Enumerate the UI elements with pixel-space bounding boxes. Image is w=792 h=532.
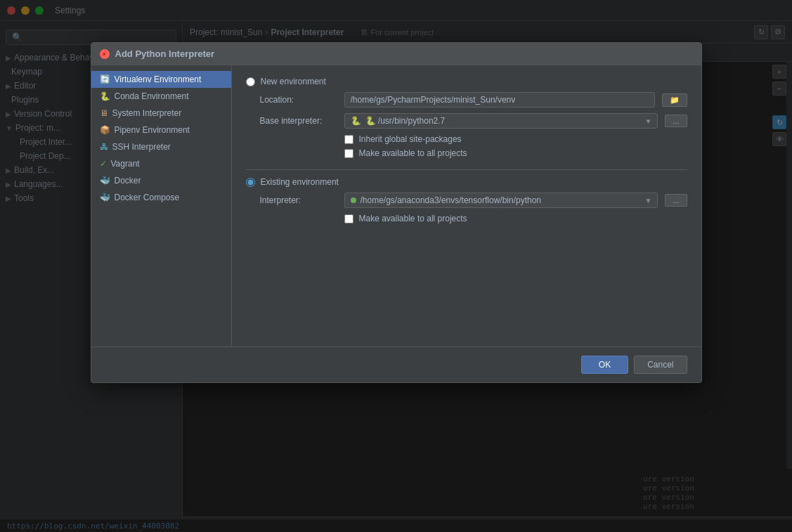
existing-environment-radio[interactable] [246,178,255,187]
conda-icon: 🐍 [100,91,110,101]
existing-env-fields: Interpreter: /home/gs/anaconda3/envs/ten… [260,193,687,223]
make-available-new-checkbox[interactable] [344,149,353,158]
dialog-content: New environment Location: 📁 Base interpr… [232,65,701,346]
new-environment-label: New environment [261,77,326,86]
dialog-nav-system[interactable]: 🖥 System Interpreter [91,105,231,122]
make-available-existing-checkbox[interactable] [344,214,353,223]
interpreter-browse-btn[interactable]: ... [665,194,687,207]
dropdown-arrow-icon: ▼ [644,117,651,125]
dialog-nav-virtualenv[interactable]: 🔄 Virtualenv Environment [91,71,231,88]
dialog-nav-docker[interactable]: 🐳 Docker [91,172,231,189]
new-environment-radio[interactable] [246,77,255,86]
existing-environment-group: Existing environment Interpreter: /home/… [246,177,687,223]
dialog-nav-ssh[interactable]: 🖧 SSH Interpreter [91,138,231,155]
ssh-icon: 🖧 [100,142,108,152]
dialog-footer: OK Cancel [91,346,701,382]
interpreter-label: Interpreter: [260,195,337,205]
new-environment-group: New environment Location: 📁 Base interpr… [246,77,687,158]
dialog-nav: 🔄 Virtualenv Environment 🐍 Conda Environ… [91,65,232,346]
base-interpreter-browse-btn[interactable]: ... [665,115,687,127]
dialog-titlebar: × Add Python Interpreter [91,43,701,65]
green-status-dot [351,197,356,203]
dialog-nav-conda[interactable]: 🐍 Conda Environment [91,88,231,105]
dialog-nav-vagrant[interactable]: ✓ Vagrant [91,155,231,172]
dialog-cancel-button[interactable]: Cancel [634,356,687,374]
system-icon: 🖥 [100,108,108,118]
dialog-title: Add Python Interpreter [115,48,215,59]
dialog-nav-pipenv[interactable]: 📦 Pipenv Environment [91,122,231,138]
dialog-close-button[interactable]: × [100,49,110,59]
location-browse-btn[interactable]: 📁 [662,93,687,107]
make-available-existing-label: Make available to all projects [359,214,467,223]
location-input[interactable] [344,92,655,108]
base-interpreter-dropdown[interactable]: 🐍 🐍 /usr/bin/python2.7 ▼ [344,113,658,129]
python-icon: 🐍 [351,116,361,126]
dialog-nav-docker-compose[interactable]: 🐳 Docker Compose [91,189,231,206]
inherit-checkbox[interactable] [344,135,353,144]
interpreter-dropdown-arrow-icon: ▼ [644,197,651,205]
add-python-interpreter-dialog: × Add Python Interpreter 🔄 Virtualenv En… [91,42,702,383]
vagrant-icon: ✓ [100,159,107,169]
dialog-ok-button[interactable]: OK [581,356,628,374]
pipenv-icon: 📦 [100,125,110,135]
docker-compose-icon: 🐳 [100,193,110,202]
inherit-label: Inherit global site-packages [359,134,462,144]
new-env-fields: Location: 📁 Base interpreter: 🐍 🐍 /usr/b… [260,92,687,158]
existing-environment-label: Existing environment [261,177,339,187]
make-available-new-label: Make available to all projects [359,148,467,158]
interpreter-dropdown[interactable]: /home/gs/anaconda3/envs/tensorflow/bin/p… [344,193,658,208]
docker-icon: 🐳 [100,176,110,186]
virtualenv-icon: 🔄 [100,74,110,84]
base-interpreter-label: Base interpreter: [260,116,337,126]
modal-overlay: × Add Python Interpreter 🔄 Virtualenv En… [0,0,792,532]
location-label: Location: [260,95,337,105]
